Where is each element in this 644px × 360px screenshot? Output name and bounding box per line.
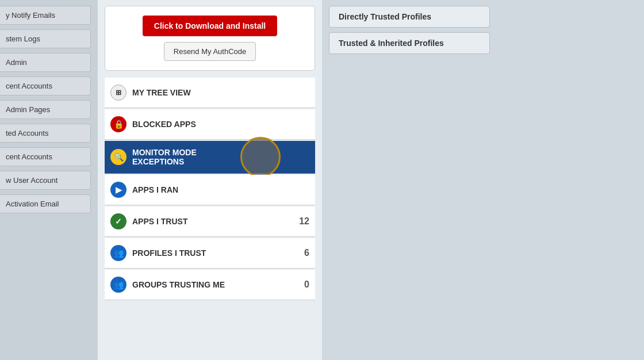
right-panel: Directly Trusted Profiles Trusted & Inhe… bbox=[322, 0, 644, 360]
groups-trusting-icon: 👥 bbox=[110, 277, 126, 293]
apps-trust-icon: ✓ bbox=[110, 213, 126, 229]
menu-item-apps-trust[interactable]: ✓ APPS I TRUST 12 bbox=[105, 206, 315, 237]
resend-authcode-button[interactable]: Resend My AuthCode bbox=[164, 42, 256, 61]
sidebar-item-admin-pages[interactable]: Admin Pages bbox=[0, 100, 91, 119]
middle-panel: Click to Download and Install Resend My … bbox=[98, 0, 322, 360]
menu-item-apps-ran[interactable]: ▶ APPS I RAN bbox=[105, 175, 315, 205]
monitor-mode-label: MONITOR MODE bbox=[132, 148, 197, 157]
monitor-mode-icon: 🔍 bbox=[110, 149, 126, 165]
profiles-trust-count: 6 bbox=[304, 248, 309, 258]
menu-item-profiles-trust[interactable]: 👥 PROFILES I TRUST 6 bbox=[105, 238, 315, 269]
sidebar-item-recent-accounts-2[interactable]: cent Accounts bbox=[0, 147, 91, 166]
trusted-inherited-profiles-button[interactable]: Trusted & Inherited Profiles bbox=[329, 32, 490, 54]
menu-item-blocked-apps[interactable]: 🔒 BLOCKED APPS bbox=[105, 109, 315, 140]
monitor-mode-text: MONITOR MODE EXCEPTIONS bbox=[132, 148, 197, 166]
sidebar-item-activation-email[interactable]: Activation Email bbox=[0, 194, 91, 213]
cursor-circle bbox=[240, 137, 281, 177]
download-install-button[interactable]: Click to Download and Install bbox=[143, 16, 277, 36]
sidebar-item-notify-emails[interactable]: y Notify Emails bbox=[0, 6, 91, 25]
tree-view-icon: ⊞ bbox=[110, 85, 126, 101]
sidebar-item-recent-accounts-1[interactable]: cent Accounts bbox=[0, 76, 91, 95]
apps-trust-count: 12 bbox=[299, 216, 309, 227]
menu-item-groups-trusting[interactable]: 👥 GROUPS TRUSTING ME 0 bbox=[105, 270, 315, 300]
menu-item-apps-trust-label: APPS I TRUST bbox=[132, 217, 187, 226]
menu-item-apps-ran-label: APPS I RAN bbox=[132, 185, 178, 194]
menu-item-profiles-trust-label: PROFILES I TRUST bbox=[132, 248, 206, 258]
menu-item-blocked-apps-label: BLOCKED APPS bbox=[132, 120, 196, 129]
sidebar-item-trusted-accounts[interactable]: ted Accounts bbox=[0, 124, 91, 143]
profiles-trust-icon: 👥 bbox=[110, 245, 126, 261]
sidebar-item-system-logs[interactable]: stem Logs bbox=[0, 29, 91, 48]
menu-item-monitor-mode[interactable]: 🔍 MONITOR MODE EXCEPTIONS bbox=[105, 141, 315, 174]
menu-item-groups-trusting-label: GROUPS TRUSTING ME bbox=[132, 280, 225, 289]
left-sidebar: y Notify Emails stem Logs Admin cent Acc… bbox=[0, 0, 98, 360]
groups-trusting-count: 0 bbox=[304, 279, 309, 290]
blocked-apps-icon: 🔒 bbox=[110, 116, 126, 132]
directly-trusted-profiles-button[interactable]: Directly Trusted Profiles bbox=[329, 6, 490, 28]
sidebar-item-new-user[interactable]: w User Account bbox=[0, 171, 91, 190]
menu-item-tree-view[interactable]: ⊞ MY TREE VIEW bbox=[105, 78, 315, 108]
apps-ran-icon: ▶ bbox=[110, 182, 126, 198]
download-card: Click to Download and Install Resend My … bbox=[105, 6, 315, 71]
sidebar-item-admin[interactable]: Admin bbox=[0, 53, 91, 72]
menu-item-tree-view-label: MY TREE VIEW bbox=[132, 88, 191, 97]
monitor-mode-sublabel: EXCEPTIONS bbox=[132, 157, 197, 166]
